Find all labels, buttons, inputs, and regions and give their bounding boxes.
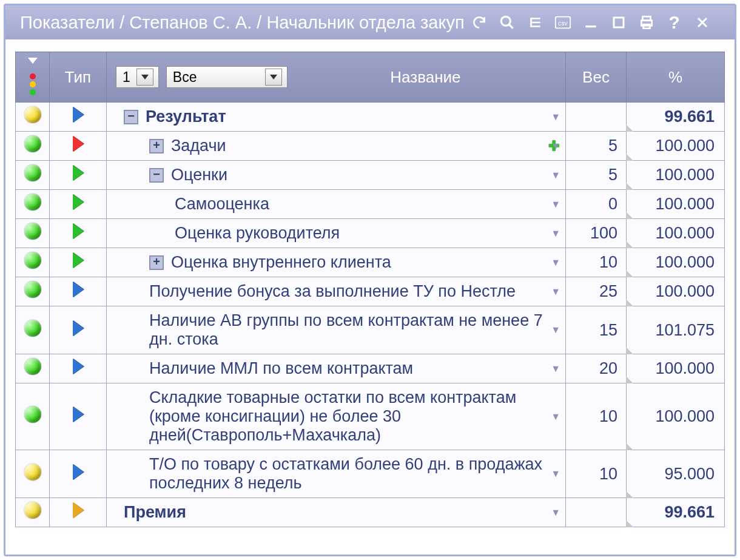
list-icon[interactable]	[526, 14, 543, 31]
name-cell[interactable]: Оценка руководителя	[107, 219, 566, 248]
expand-icon[interactable]: +	[149, 255, 164, 270]
row-menu-icon[interactable]	[551, 286, 560, 297]
pct-cell: 100.000	[627, 383, 725, 450]
name-cell[interactable]: Наличие АВ группы по всем контрактам не …	[107, 306, 566, 354]
table-row[interactable]: Складкие товарные остатки по всем контра…	[16, 383, 725, 450]
header-type[interactable]: Тип	[50, 52, 107, 103]
table-row[interactable]: Т/О по товару с остатками более 60 дн. в…	[16, 450, 725, 498]
weight-cell: 10	[566, 383, 627, 450]
export-csv-icon[interactable]: csv	[554, 14, 571, 31]
row-menu-icon[interactable]	[551, 411, 560, 422]
play-green-icon	[73, 252, 84, 268]
header-weight[interactable]: Вес	[566, 52, 627, 103]
table-row[interactable]: Оценка руководителя100100.000	[16, 219, 725, 248]
row-menu-icon[interactable]	[551, 468, 560, 479]
type-cell	[50, 103, 107, 132]
table-row[interactable]: Получение бонуса за выполнение ТУ по Нес…	[16, 277, 725, 306]
type-cell	[50, 161, 107, 190]
name-cell[interactable]: −Оценки	[107, 161, 566, 190]
row-menu-icon[interactable]	[551, 507, 560, 518]
row-label: Оценка руководителя	[175, 224, 559, 243]
search-icon[interactable]	[499, 14, 516, 31]
name-cell[interactable]: Наличие ММЛ по всем контрактам	[107, 354, 566, 383]
status-cell	[16, 450, 50, 498]
close-icon[interactable]	[694, 14, 711, 31]
name-cell[interactable]: Т/О по товару с остатками более 60 дн. в…	[107, 450, 566, 498]
weight-cell: 5	[566, 132, 627, 161]
row-menu-icon[interactable]	[551, 141, 560, 152]
resize-corner-icon	[626, 183, 633, 190]
collapse-icon[interactable]: −	[149, 168, 164, 183]
name-cell[interactable]: +Оценка внутреннего клиента	[107, 248, 566, 277]
pct-value: 101.075	[655, 321, 715, 339]
level-dropdown[interactable]: 1	[116, 66, 159, 88]
weight-cell: 0	[566, 190, 627, 219]
row-menu-icon[interactable]	[551, 257, 560, 268]
type-cell	[50, 306, 107, 354]
table-row[interactable]: Наличие АВ группы по всем контрактам не …	[16, 306, 725, 354]
row-menu-icon[interactable]	[551, 170, 560, 181]
weight-cell	[566, 103, 627, 132]
kpi-table: Тип 1 Все Название	[15, 52, 725, 527]
row-label: Оценки	[171, 166, 559, 184]
type-cell	[50, 190, 107, 219]
expand-icon[interactable]: +	[149, 139, 164, 153]
table-row[interactable]: Премия99.661	[16, 498, 725, 527]
play-green-icon	[73, 165, 84, 181]
resize-corner-icon	[626, 443, 633, 450]
header-weight-label: Вес	[582, 68, 610, 86]
help-icon[interactable]: ?	[666, 14, 683, 31]
status-cell	[16, 103, 50, 132]
pct-value: 99.661	[664, 503, 715, 521]
refresh-icon[interactable]	[471, 14, 488, 31]
row-menu-icon[interactable]	[551, 228, 560, 239]
table-row[interactable]: −Результат99.661	[16, 103, 725, 132]
pct-cell: 101.075	[627, 306, 725, 354]
row-menu-icon[interactable]	[551, 325, 560, 336]
collapse-icon[interactable]: −	[124, 110, 138, 124]
name-cell[interactable]: +Задачи✚	[107, 132, 566, 161]
chevron-down-icon[interactable]	[28, 58, 38, 64]
pct-cell: 100.000	[627, 248, 725, 277]
svg-text:csv: csv	[558, 20, 568, 27]
pct-cell: 99.661	[627, 103, 725, 132]
name-cell[interactable]: Премия	[107, 498, 566, 527]
type-cell	[50, 383, 107, 450]
type-cell	[50, 498, 107, 527]
resize-corner-icon	[626, 212, 633, 219]
resize-corner-icon	[626, 124, 633, 132]
filter-dropdown[interactable]: Все	[166, 66, 288, 88]
table-row[interactable]: +Оценка внутреннего клиента10100.000	[16, 248, 725, 277]
green-status-icon	[24, 406, 41, 423]
row-menu-icon[interactable]	[551, 112, 560, 123]
name-cell[interactable]: Получение бонуса за выполнение ТУ по Нес…	[107, 277, 566, 306]
table-row[interactable]: Самооценка0100.000	[16, 190, 725, 219]
minimize-icon[interactable]	[582, 14, 599, 31]
table-row[interactable]: −Оценки5100.000	[16, 161, 725, 190]
row-label: Результат	[146, 107, 559, 126]
header-pct[interactable]: %	[627, 52, 725, 103]
level-dropdown-button[interactable]	[136, 69, 153, 86]
weight-cell: 10	[566, 450, 627, 498]
row-menu-icon[interactable]	[551, 363, 560, 374]
play-blue-icon	[73, 464, 84, 480]
header-status[interactable]	[16, 52, 50, 103]
row-menu-icon[interactable]	[551, 199, 560, 210]
header-type-label: Тип	[65, 68, 91, 86]
name-cell[interactable]: Самооценка	[107, 190, 566, 219]
table-row[interactable]: +Задачи✚5100.000	[16, 132, 725, 161]
resize-corner-icon	[626, 347, 633, 354]
filter-dropdown-value: Все	[173, 69, 197, 86]
table-row[interactable]: Наличие ММЛ по всем контрактам20100.000	[16, 354, 725, 383]
maximize-icon[interactable]	[610, 14, 627, 31]
name-cell[interactable]: Складкие товарные остатки по всем контра…	[107, 383, 566, 450]
name-cell[interactable]: −Результат	[107, 103, 566, 132]
row-label: Самооценка	[175, 195, 559, 214]
filter-dropdown-button[interactable]	[265, 69, 282, 86]
play-green-icon	[73, 223, 84, 239]
play-blue-icon	[73, 107, 84, 123]
titlebar-tools: csv ?	[471, 14, 711, 31]
yellow-status-icon	[24, 106, 41, 123]
resize-corner-icon	[626, 376, 633, 383]
print-icon[interactable]	[638, 14, 655, 31]
